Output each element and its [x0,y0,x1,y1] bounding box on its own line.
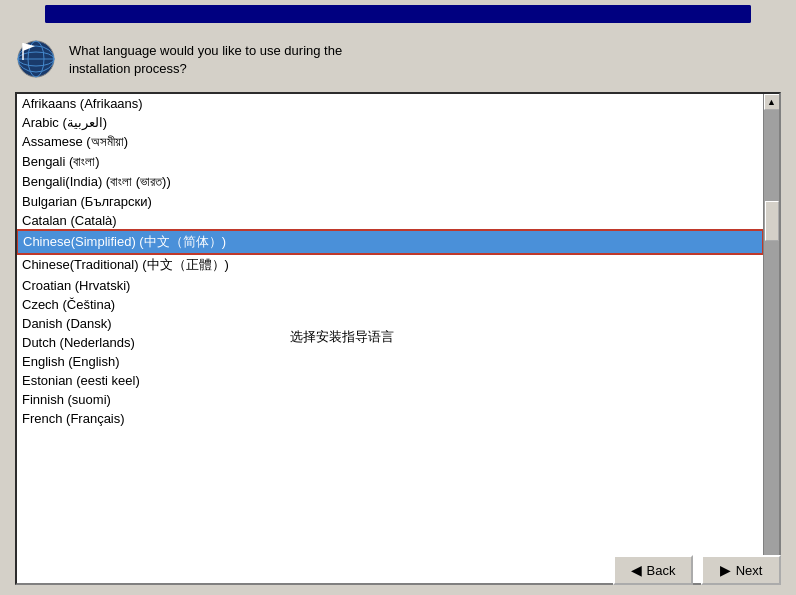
main-content: What language would you like to use duri… [0,28,796,595]
language-item[interactable]: Afrikaans (Afrikaans) [17,94,763,113]
language-item[interactable]: Bengali (বাংলা) [17,152,763,172]
progress-bar-bg [45,5,751,23]
flag-icon [15,38,57,80]
progress-bar-fill [45,5,751,23]
back-label: Back [647,563,676,578]
language-item[interactable]: Chinese(Simplified) (中文（简体）) [17,230,763,254]
next-icon: ▶ [720,562,731,578]
language-item[interactable]: Bengali(India) (বাংলা (ভারত)) [17,172,763,192]
button-row: ◀ Back ▶ Next [608,545,786,590]
language-item[interactable]: Assamese (অসমীয়া) [17,132,763,152]
language-item[interactable]: French (Français) [17,409,763,428]
language-item[interactable]: Estonian (eesti keel) [17,371,763,390]
scrollbar-up-btn[interactable]: ▲ [764,94,780,110]
back-icon: ◀ [631,562,642,578]
header-question: What language would you like to use duri… [69,38,342,78]
language-item[interactable]: Catalan (Català) [17,211,763,230]
language-item[interactable]: Croatian (Hrvatski) [17,276,763,295]
language-item[interactable]: Finnish (suomi) [17,390,763,409]
chinese-label: 选择安装指导语言 [290,328,394,346]
language-item[interactable]: Chinese(Traditional) (中文（正體）) [17,254,763,276]
language-item[interactable]: English (English) [17,352,763,371]
language-list-container: Afrikaans (Afrikaans)Arabic (العربية)Ass… [15,92,781,585]
progress-bar-container [0,0,796,28]
scrollbar-track [764,110,779,567]
scrollbar[interactable]: ▲ ▼ [763,94,779,583]
language-item[interactable]: Arabic (العربية) [17,113,763,132]
next-button[interactable]: ▶ Next [701,555,781,585]
header: What language would you like to use duri… [15,38,781,80]
scrollbar-thumb[interactable] [765,201,779,241]
language-item[interactable]: Czech (Čeština) [17,295,763,314]
back-button[interactable]: ◀ Back [613,555,693,585]
next-label: Next [736,563,763,578]
language-item[interactable]: Bulgarian (Български) [17,192,763,211]
